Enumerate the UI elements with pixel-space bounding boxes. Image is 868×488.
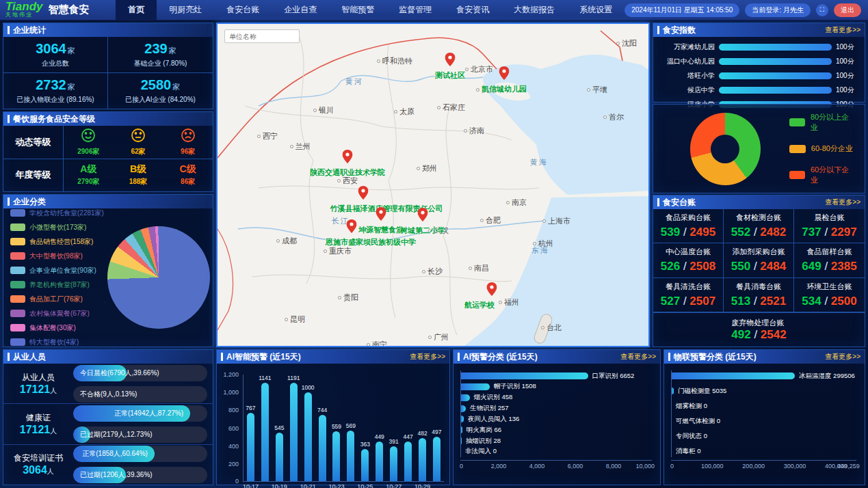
bar-value-label: 767 <box>246 405 255 411</box>
staff-unit: 人 <box>47 467 54 475</box>
city-name: 长沙 <box>428 267 443 277</box>
nav-tab-监督管理[interactable]: 监督管理 <box>386 0 444 20</box>
legend-item: 企事业单位食堂(90家) <box>10 266 106 275</box>
legend-swatch <box>10 223 25 231</box>
level-item: 2906家 <box>64 126 114 159</box>
bar-slot: 1141 <box>258 375 272 481</box>
city-name: 南京 <box>512 198 527 208</box>
x-tick-label: 10-17 <box>243 483 259 488</box>
score-bar-fill <box>719 72 832 79</box>
map-marker[interactable] <box>418 208 428 224</box>
x-axis: 02,0004,0006,0008,00010,000 <box>460 460 652 470</box>
map-city-台北: 台北 <box>541 323 562 333</box>
ledger-label: 食品采购台账 <box>666 213 711 223</box>
bar-slot: 497 <box>430 375 444 481</box>
ledger-values: 492 / 2542 <box>731 328 786 342</box>
hbar-row: 生物识别 257 <box>461 405 652 413</box>
view-more-link[interactable]: 查看更多>> <box>825 25 860 35</box>
map-city-上海市: 上海市 <box>542 216 570 226</box>
category-legend: 学校含幼托食堂(2281家)小微型餐饮(173家)食品销售经营(158家)大中型… <box>3 203 106 353</box>
level-items: A级2790家B级188家C级86家 <box>64 159 213 192</box>
view-more-link[interactable]: 查看更多>> <box>410 352 445 362</box>
map-marker[interactable] <box>376 207 386 223</box>
nav-tab-食安台账[interactable]: 食安台账 <box>214 0 272 20</box>
city-dot-icon <box>464 129 467 133</box>
y-tick-label: 200 <box>228 461 239 467</box>
hbar-row: 明火离岗 66 <box>461 426 652 434</box>
map-marker[interactable] <box>499 66 510 83</box>
city-name: 首尔 <box>609 112 624 122</box>
nav-tab-智能预警[interactable]: 智能预警 <box>329 0 386 20</box>
ledger-values: 527 / 2507 <box>661 295 715 308</box>
view-more-link[interactable]: 查看更多>> <box>825 352 860 362</box>
bar-value-label: 497 <box>432 429 441 435</box>
city-name: 郑州 <box>422 163 437 174</box>
bar-value-label: 744 <box>317 407 327 414</box>
hbar-rows: 冰箱温湿度 299506门磁检测量 5035烟雾检测 0可燃气体检测 0专间状态… <box>671 370 856 457</box>
nav-tab-大数据报告[interactable]: 大数据报告 <box>501 0 567 20</box>
hbar-label: 消毒柜 0 <box>676 448 700 456</box>
panel-ai-warning-trend: AI智能预警 (近15天) 查看更多>> 02004006008001,0001… <box>216 349 450 485</box>
city-dot-icon <box>417 167 420 170</box>
map-marker[interactable] <box>487 282 497 299</box>
stat-cell: 239家基础企业 (7.80%) <box>108 37 213 73</box>
ledger-done-count: 513 <box>731 295 750 308</box>
score-label: 100分 <box>836 85 858 95</box>
stat-label: 已接入AI企业 (84.20%) <box>125 95 196 105</box>
city-name: 沈阳 <box>622 38 637 49</box>
city-name: 平壤 <box>592 85 607 95</box>
view-more-link[interactable]: 查看更多>> <box>620 352 656 362</box>
legend-label: 食品销售经营(158家) <box>29 237 93 247</box>
food-index-row: 温口中心幼儿园100分 <box>656 57 858 66</box>
nav-tab-明厨亮灶[interactable]: 明厨亮灶 <box>157 0 214 20</box>
nav-tab-企业自查[interactable]: 企业自查 <box>272 0 329 20</box>
hbar-fill <box>461 405 466 412</box>
bar <box>433 437 440 481</box>
y-tick-label: 800 <box>228 407 239 414</box>
stat-unit: 家 <box>169 46 176 55</box>
map-marker[interactable] <box>445 53 456 69</box>
map-city-济南: 济南 <box>464 126 484 136</box>
ledger-cell: 中心温度台账526 / 2508 <box>653 243 724 277</box>
level-item: 62家 <box>114 126 163 159</box>
hbar-label: 冰箱温湿度 299506 <box>799 372 855 380</box>
city-dot-icon <box>337 179 341 182</box>
stat-label: 企业总数 <box>42 59 69 68</box>
city-name: 南昌 <box>474 263 489 273</box>
nav-tab-首页[interactable]: 首页 <box>116 0 157 20</box>
legend-label: 养老机构食堂(87家) <box>29 280 90 290</box>
fullscreen-icon[interactable]: ⛶ <box>816 4 828 16</box>
ledger-cell: 餐具消毒台账513 / 2521 <box>724 278 794 312</box>
view-more-link[interactable]: 查看更多>> <box>825 198 860 207</box>
ledger-total-count: 2297 <box>831 226 857 239</box>
panel-accent <box>668 353 670 361</box>
nav-tab-系统设置[interactable]: 系统设置 <box>567 0 624 20</box>
city-dot-icon <box>324 249 327 253</box>
nav-tab-食安资讯[interactable]: 食安资讯 <box>444 0 501 20</box>
legend-swatch <box>789 171 805 179</box>
map-search-input[interactable] <box>224 29 300 43</box>
city-name: 西宁 <box>263 131 278 141</box>
city-dot-icon <box>377 59 380 63</box>
staff-row: 食安培训证书3064人正常(1858人,60.64%)已过期(1206人,39.… <box>3 445 213 485</box>
ledger-label: 食材检测台账 <box>736 213 781 223</box>
city-name: 南宁 <box>372 340 387 347</box>
panel-safety-level: 餐饮服务食品安全等级 动态等级2906家62家96家年度等级A级2790家B级1… <box>3 111 213 192</box>
staff-unit: 人 <box>50 387 57 394</box>
level-item: C级86家 <box>163 159 213 192</box>
bar-slot: 447 <box>401 375 415 481</box>
hbar-row: 帽子识别 1508 <box>461 383 652 391</box>
map-marker[interactable] <box>358 186 369 202</box>
ledger-values: 550 / 2484 <box>731 260 786 273</box>
ledger-separator: / <box>821 295 831 308</box>
panel-food-index: 食安指数 查看更多>> 万家滩幼儿园100分温口中心幼儿园100分塔旺小学100… <box>653 23 865 103</box>
china-map[interactable]: 沈阳呼和浩特北京市天津市平壤首尔石家庄太原济南银川西宁兰州西安郑州南京上海市合肥… <box>216 23 650 347</box>
city-dot-icon <box>422 270 425 273</box>
map-marker[interactable] <box>343 150 353 166</box>
legend-label: 60分以下企业 <box>811 165 855 185</box>
x-tick-label: 10-29 <box>415 483 430 488</box>
city-dot-icon <box>394 110 397 113</box>
y-tick-label: 1,200 <box>223 371 239 378</box>
logout-button[interactable]: 退出 <box>834 3 861 17</box>
map-marker[interactable] <box>347 219 357 236</box>
